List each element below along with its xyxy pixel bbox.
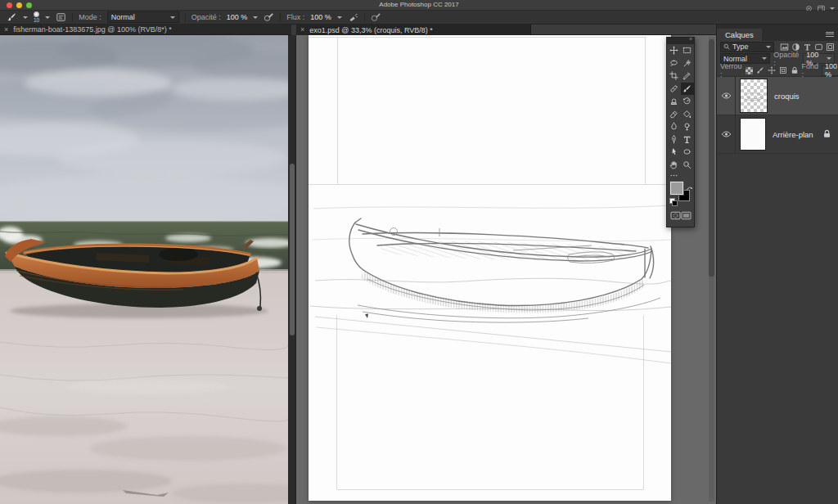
filter-smart-object-icon[interactable] <box>826 43 835 52</box>
chevron-down-icon[interactable] <box>253 16 258 19</box>
layer-name[interactable]: Arrière-plan <box>773 130 813 139</box>
dodge-tool[interactable] <box>681 120 695 133</box>
scrollbar-thumb[interactable] <box>290 164 295 335</box>
scrollbar-thumb[interactable] <box>709 39 714 277</box>
chevron-down-icon[interactable] <box>830 7 835 10</box>
blur-tool[interactable] <box>667 120 681 133</box>
rectangular-marquee-tool[interactable] <box>681 44 695 57</box>
layer-visibility-toggle[interactable] <box>717 77 736 115</box>
divider <box>185 13 186 22</box>
tool-options-bar: 10 Mode : Normal Opacité : 100 % Flux : … <box>0 11 838 25</box>
color-swatches <box>667 180 694 207</box>
quick-mask-button[interactable] <box>670 209 681 223</box>
crop-tool[interactable] <box>667 70 681 83</box>
toolbox-bottom <box>667 207 694 227</box>
lock-position-icon[interactable] <box>768 66 776 74</box>
chevron-down-icon[interactable] <box>337 16 342 19</box>
tab-strip-right: × exo1.psd @ 33,3% (croquis, RVB/8) * <box>296 25 716 35</box>
lock-pixels-icon[interactable] <box>756 66 764 74</box>
divider <box>364 13 365 22</box>
pressure-opacity-icon[interactable] <box>264 12 274 22</box>
blend-mode-value: Normal <box>723 55 747 63</box>
close-tab-icon[interactable]: × <box>4 26 8 34</box>
lasso-tool[interactable] <box>667 57 681 70</box>
eyedropper-tool[interactable] <box>681 70 695 83</box>
toolbox[interactable]: » <box>666 37 695 227</box>
sketch-page[interactable] <box>309 35 671 501</box>
path-selection-tool[interactable] <box>667 146 681 159</box>
tab-label: fisherman-boat-1383675.jpg @ 100% (RVB/8… <box>13 25 172 34</box>
boat-sketch <box>310 205 671 363</box>
type-tool[interactable] <box>681 133 695 146</box>
layer-visibility-toggle[interactable] <box>717 115 736 153</box>
eye-icon <box>721 92 732 100</box>
tab-calques[interactable]: Calques <box>717 29 762 41</box>
magic-wand-tool[interactable] <box>681 57 695 70</box>
toolbox-header[interactable]: » <box>667 38 694 44</box>
hand-tool[interactable] <box>667 159 681 172</box>
pen-tool[interactable] <box>667 133 681 146</box>
layer-lock-icon <box>822 129 831 140</box>
foreground-color-swatch[interactable] <box>670 182 683 195</box>
chevron-down-icon[interactable] <box>45 16 50 19</box>
brush-preset-picker[interactable]: 10 <box>34 11 39 24</box>
edit-toolbar-button[interactable] <box>667 171 694 180</box>
lock-label: Verrou : <box>720 62 742 79</box>
ellipse-shape-tool[interactable] <box>681 146 695 159</box>
brush-tool[interactable] <box>681 83 695 96</box>
chevron-down-icon[interactable] <box>23 16 28 19</box>
photoshop-window: Adobe Photoshop CC 2017 10 Mode : Normal <box>0 0 838 504</box>
app-title: Adobe Photoshop CC 2017 <box>0 0 838 10</box>
lock-all-icon[interactable] <box>791 66 799 74</box>
layer-thumbnail[interactable] <box>740 118 766 151</box>
layer-fill-field[interactable]: 100 % <box>822 65 838 76</box>
zoom-tool[interactable] <box>681 159 695 172</box>
left-vertical-scrollbar[interactable] <box>288 35 296 504</box>
filter-type-label: Type <box>732 43 749 51</box>
close-tab-icon[interactable]: × <box>300 26 304 34</box>
screen-mode-button[interactable] <box>681 209 692 223</box>
chevron-down-icon <box>170 16 175 19</box>
tool-grid <box>667 44 694 171</box>
lock-artboard-icon[interactable] <box>779 66 787 74</box>
photo-sky <box>0 35 288 223</box>
layers-panel-header: Calques <box>717 25 838 41</box>
photo-document-view[interactable] <box>0 35 288 504</box>
collapse-icon[interactable]: » <box>689 36 692 42</box>
brush-size-value: 10 <box>34 18 39 24</box>
sketch-canvas[interactable] <box>309 35 671 501</box>
layer-name[interactable]: croquis <box>774 92 800 101</box>
eraser-tool[interactable] <box>667 108 681 121</box>
chevron-down-icon <box>827 57 831 60</box>
chevron-down-icon <box>766 46 771 48</box>
lock-transparency-icon[interactable] <box>746 67 753 74</box>
brush-settings-panel-toggle[interactable] <box>56 12 66 22</box>
tab-exo1[interactable]: × exo1.psd @ 33,3% (croquis, RVB/8) * <box>296 25 531 35</box>
page-frame-lines <box>309 38 671 490</box>
panel-menu-icon[interactable] <box>826 30 834 38</box>
layer-row-1[interactable]: Arrière-plan <box>717 115 838 154</box>
paint-bucket-tool[interactable] <box>681 108 695 121</box>
history-brush-tool[interactable] <box>681 95 695 108</box>
airbrush-icon[interactable] <box>348 12 358 22</box>
pressure-size-icon[interactable] <box>371 12 381 22</box>
layer-thumbnail[interactable] <box>740 79 768 113</box>
right-vertical-scrollbar[interactable] <box>709 37 714 502</box>
layer-row-0[interactable]: croquis <box>717 77 838 115</box>
move-tool[interactable] <box>667 44 681 57</box>
tab-fisherman-boat[interactable]: × fisherman-boat-1383675.jpg @ 100% (RVB… <box>0 25 291 35</box>
blend-mode-select[interactable]: Normal <box>107 11 179 23</box>
sketch-document-view[interactable]: » <box>296 35 716 504</box>
brush-tool-icon[interactable] <box>7 12 17 22</box>
spot-healing-brush-tool[interactable] <box>667 83 681 96</box>
tab-label: exo1.psd @ 33,3% (croquis, RVB/8) * <box>309 26 433 34</box>
opacity-value[interactable]: 100 % <box>227 13 248 21</box>
brush-cursor-mark <box>365 314 368 319</box>
flow-value[interactable]: 100 % <box>310 13 331 21</box>
clone-stamp-tool[interactable] <box>667 95 681 108</box>
divider <box>280 13 281 22</box>
search-icon <box>723 43 730 50</box>
boat-photo-canvas[interactable] <box>0 35 288 504</box>
layer-filter-select[interactable]: Type <box>720 42 774 52</box>
fill-label: Fond : <box>802 62 819 79</box>
